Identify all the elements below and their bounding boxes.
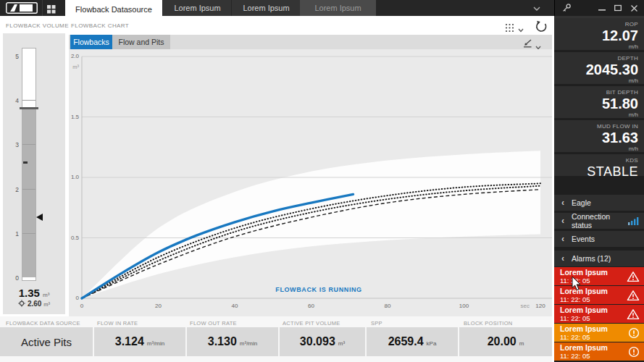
kpi-value: Active Pits bbox=[21, 336, 72, 348]
alarm-time: 11: 22: 05 bbox=[560, 352, 628, 360]
readout-label: ROP bbox=[554, 21, 638, 28]
minimize-button[interactable] bbox=[594, 0, 610, 16]
y-tick-label: 2.0 bbox=[69, 53, 79, 59]
menu-label: Alarms (12) bbox=[572, 254, 644, 263]
flowback-chart-title: FLOWBACK CHART bbox=[71, 22, 129, 29]
refresh-icon[interactable] bbox=[535, 20, 548, 35]
gauge-tick-label: 2 bbox=[4, 186, 19, 193]
application-window: Flowback Datasource Lorem Ipsum Lorem Ip… bbox=[0, 0, 644, 362]
readout-depth: DEPTH 2045.30 m/h bbox=[554, 52, 644, 84]
key-icon[interactable] bbox=[559, 0, 574, 16]
panel-divider bbox=[552, 16, 554, 362]
kpi-label: SPP bbox=[371, 320, 382, 327]
signal-strength-icon bbox=[628, 216, 639, 225]
menu-label: Events bbox=[572, 235, 644, 243]
alarm-text: Lorem Ipsum bbox=[560, 344, 628, 352]
readout-value: STABLE bbox=[554, 164, 638, 180]
target-volume-unit: m³ bbox=[43, 301, 50, 308]
readout-label: BIT DEPTH bbox=[554, 89, 638, 96]
kpi-value: 2659.4 bbox=[388, 335, 424, 348]
y-tick-label: 0.5 bbox=[69, 235, 79, 241]
chevron-left-icon: ‹ bbox=[554, 254, 572, 263]
kpi-value: 20.00 bbox=[488, 335, 517, 348]
alarm-text: Lorem Ipsum bbox=[560, 325, 628, 333]
tab-lorem-3[interactable]: Lorem Ipsum bbox=[300, 0, 376, 16]
tab-flow-and-pits[interactable]: Flow and Pits bbox=[112, 35, 170, 49]
chart-options-chevron-icon[interactable] bbox=[518, 22, 524, 35]
target-volume-value: 2.60 bbox=[28, 300, 41, 308]
window-controls bbox=[554, 0, 644, 16]
kpi-spp: 2659.4 kPa bbox=[367, 327, 458, 356]
titlebar-divider bbox=[42, 0, 43, 16]
sidebar-item-events[interactable]: ‹ Events bbox=[554, 231, 644, 247]
alarm-row[interactable]: Lorem Ipsum 11: 22: 05 bbox=[554, 267, 644, 285]
readout-label: DEPTH bbox=[554, 55, 638, 62]
readout-unit: m/h bbox=[554, 111, 638, 118]
chart-options-icon[interactable] bbox=[505, 22, 514, 35]
tab-flowbacks[interactable]: Flowbacks bbox=[70, 35, 112, 49]
kpi-flowback-data-source[interactable]: Active Pits bbox=[0, 327, 93, 356]
warning-circle-icon bbox=[628, 346, 640, 358]
apps-grid-icon[interactable] bbox=[46, 4, 56, 17]
current-volume-unit: m³ bbox=[43, 292, 49, 298]
x-axis-unit: sec bbox=[509, 303, 530, 309]
kpi-label: BLOCK POSITION bbox=[464, 320, 513, 327]
chevron-left-icon: ‹ bbox=[554, 216, 572, 225]
flowback-plot-area[interactable]: 2.01.51.00.50 m³ 020406080100120 sec FLO… bbox=[69, 49, 552, 316]
alarm-time: 11: 22: 05 bbox=[560, 333, 628, 341]
kpi-label: FLOW OUT RATE bbox=[190, 320, 237, 327]
flowback-status-text: FLOWBACK IS RUNNING bbox=[246, 286, 391, 293]
alarm-text: Lorem Ipsum bbox=[560, 287, 627, 295]
readout-label: MUD FLOW IN bbox=[554, 123, 638, 130]
gauge-tick-line bbox=[22, 189, 35, 190]
readout-unit: m/h bbox=[554, 146, 638, 152]
readout-value: 2045.30 bbox=[554, 62, 638, 77]
kpi-flow-out-rate: 3.130 m³/min bbox=[187, 327, 278, 356]
current-volume-readout: 1.35 m³ bbox=[3, 287, 65, 299]
x-tick-label: 120 bbox=[530, 303, 551, 309]
alarm-row[interactable]: Lorem Ipsum 11: 22: 05 bbox=[554, 324, 644, 342]
tab-flowback-datasource[interactable]: Flowback Datasource bbox=[65, 0, 162, 19]
mouse-cursor bbox=[572, 276, 582, 294]
readout-mud-flow-in: MUD FLOW IN 31.63 m/h bbox=[554, 120, 644, 152]
x-tick-label: 60 bbox=[301, 303, 322, 309]
readout-value: 51.80 bbox=[554, 96, 638, 111]
alarm-text: Lorem Ipsum bbox=[560, 269, 627, 277]
readout-value: 31.63 bbox=[554, 130, 638, 146]
y-tick-label: 1.0 bbox=[69, 174, 79, 180]
kpi-active-pit-volume: 30.093 m³ bbox=[280, 327, 365, 356]
target-volume-readout: 2.60 m³ bbox=[3, 300, 65, 308]
sidebar-item-alarms[interactable]: ‹ Alarms (12) bbox=[554, 251, 644, 266]
titlebar: Flowback Datasource Lorem Ipsum Lorem Ip… bbox=[0, 0, 644, 16]
bottom-kpi-bar: FLOWBACK DATA SOURCE FLOW IN RATE FLOW O… bbox=[0, 316, 552, 362]
tabs-overflow-chevron-icon[interactable] bbox=[533, 5, 540, 12]
flowback-volume-panel: FLOWBACK VOLUME 543210 1.35 m³ 2.60 m³ bbox=[0, 16, 69, 316]
maximize-button[interactable] bbox=[610, 0, 626, 16]
kpi-block-position: 20.00 m bbox=[459, 327, 552, 356]
gauge-tick-line bbox=[22, 100, 35, 101]
alarm-row[interactable]: Lorem Ipsum 11: 22: 05 bbox=[554, 342, 644, 361]
tab-lorem-2[interactable]: Lorem Ipsum bbox=[231, 0, 301, 16]
kpi-unit: m³ bbox=[338, 340, 345, 347]
current-volume-value: 1.35 bbox=[19, 287, 40, 299]
drilling-sidebar: ROP 12.07 m/h DEPTH 2045.30 m/h BIT DEPT… bbox=[554, 16, 644, 362]
x-tick-label: 80 bbox=[377, 303, 398, 309]
alarm-time: 11: 22: 05 bbox=[560, 295, 627, 303]
sidebar-item-connection-status[interactable]: ‹ Connection status bbox=[554, 213, 644, 229]
alarm-row[interactable]: Lorem Ipsum 11: 22: 05 bbox=[554, 286, 644, 304]
tab-lorem-1[interactable]: Lorem Ipsum bbox=[162, 0, 232, 16]
tab-label: Lorem Ipsum bbox=[243, 4, 289, 12]
close-button[interactable] bbox=[626, 0, 642, 16]
readout-value: 12.07 bbox=[554, 28, 638, 43]
x-tick-label: 40 bbox=[224, 303, 246, 309]
warning-circle-icon bbox=[628, 327, 640, 339]
alarm-time: 11: 22: 05 bbox=[560, 314, 627, 322]
warning-triangle-icon bbox=[627, 271, 640, 282]
gauge-tick-line bbox=[22, 233, 35, 234]
tab-label: Flowbacks bbox=[73, 38, 109, 46]
alarm-row[interactable]: Lorem Ipsum 11: 22: 05 bbox=[554, 305, 644, 323]
sidebar-item-eagle[interactable]: ‹ Eagle bbox=[554, 195, 644, 211]
gauge-tick-label: 3 bbox=[4, 141, 19, 148]
readout-rop: ROP 12.07 m/h bbox=[554, 18, 644, 50]
kpi-label: ACTIVE PIT VOLUME bbox=[283, 320, 340, 327]
